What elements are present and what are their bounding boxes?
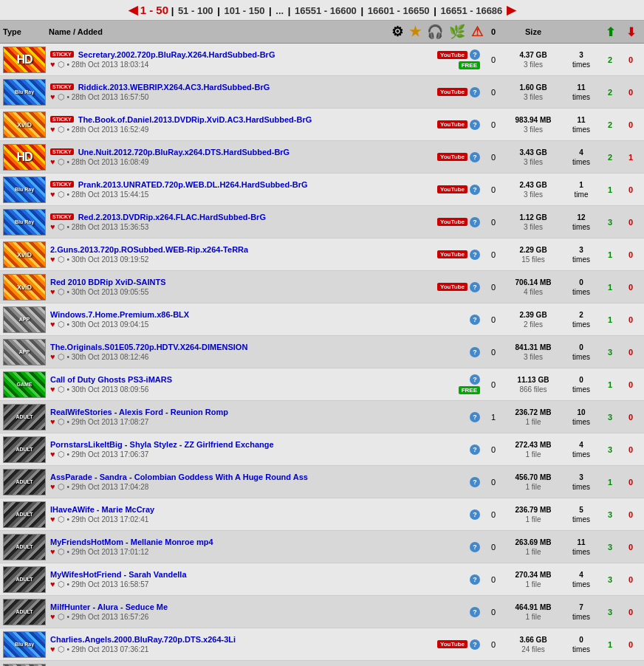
magnet-icon[interactable]: ⬡: [58, 287, 65, 297]
magnet-icon[interactable]: ⬡: [58, 612, 65, 622]
magnet-icon[interactable]: ⬡: [58, 450, 65, 459]
heart-icon[interactable]: ♥: [50, 515, 55, 523]
heart-icon[interactable]: ♥: [50, 60, 55, 69]
magnet-icon[interactable]: ⬡: [58, 515, 65, 524]
youtube-button[interactable]: YouTube: [437, 51, 467, 59]
heart-icon[interactable]: ♥: [50, 612, 55, 621]
torrent-name-link[interactable]: 2.Guns.2013.720p.ROSubbed.WEB-Rip.x264-T…: [50, 245, 248, 254]
info-button[interactable]: ?: [470, 217, 480, 227]
magnet-icon[interactable]: ⬡: [58, 352, 65, 362]
type-image: ADULT: [3, 599, 46, 625]
page-dots[interactable]: ...: [275, 5, 284, 16]
torrent-name-link[interactable]: Red.2.2013.DVDRip.x264.FLAC.HardSubbed-B…: [78, 213, 266, 222]
heart-icon[interactable]: ♥: [50, 547, 55, 556]
magnet-icon[interactable]: ⬡: [58, 255, 65, 264]
heart-icon[interactable]: ♥: [50, 450, 55, 459]
heart-icon[interactable]: ♥: [50, 417, 55, 426]
torrent-name-link[interactable]: Une.Nuit.2012.720p.BluRay.x264.DTS.HardS…: [78, 148, 290, 157]
magnet-icon[interactable]: ⬡: [58, 547, 65, 557]
info-button[interactable]: ?: [470, 509, 480, 520]
sticky-badge: stIcKY: [50, 116, 74, 123]
heart-icon[interactable]: ♥: [50, 287, 55, 296]
torrent-name-link[interactable]: Prank.2013.UNRATED.720p.WEB.DL.H264.Hard…: [78, 180, 308, 189]
file-size: 272.43 MB: [515, 441, 552, 449]
heart-icon[interactable]: ♥: [50, 222, 55, 231]
table-row: XviD stIcKY The.Book.of.Daniel.2013.DVDR…: [0, 109, 644, 141]
right-arrow[interactable]: ▶: [507, 4, 515, 16]
info-button[interactable]: ?: [470, 542, 480, 552]
torrent-name-link[interactable]: AssParade - Sandra - Colombian Goddess W…: [50, 473, 308, 481]
info-button[interactable]: ?: [470, 412, 480, 422]
info-button[interactable]: ?: [470, 315, 480, 325]
page-16601[interactable]: 16601 - 16650: [368, 5, 430, 16]
heart-icon[interactable]: ♥: [50, 190, 55, 199]
torrent-name-link[interactable]: Call of Duty Ghosts PS3-iMARS: [50, 375, 172, 384]
youtube-button[interactable]: YouTube: [437, 153, 467, 161]
left-arrow[interactable]: ◀: [129, 4, 137, 16]
magnet-icon[interactable]: ⬡: [58, 60, 65, 69]
magnet-icon[interactable]: ⬡: [58, 645, 65, 654]
magnet-icon[interactable]: ⬡: [58, 125, 65, 134]
torrent-name-link[interactable]: The.Originals.S01E05.720p.HDTV.X264-DIME…: [50, 343, 247, 351]
youtube-button[interactable]: YouTube: [437, 283, 467, 291]
heart-icon[interactable]: ♥: [50, 320, 55, 329]
youtube-button[interactable]: YouTube: [437, 88, 467, 96]
torrent-name-link[interactable]: Windows.7.Home.Premium.x86-BLX: [50, 310, 189, 319]
page-16551[interactable]: 16551 - 16600: [295, 5, 357, 16]
magnet-icon[interactable]: ⬡: [58, 92, 65, 102]
heart-icon[interactable]: ♥: [50, 580, 55, 588]
info-button[interactable]: ?: [470, 639, 480, 650]
heart-icon[interactable]: ♥: [50, 125, 55, 134]
torrent-name-link[interactable]: IHaveAWife - Marie McCray: [50, 505, 154, 514]
info-button[interactable]: ?: [470, 477, 480, 487]
info-button[interactable]: ?: [470, 444, 480, 455]
info-button[interactable]: ?: [470, 374, 480, 385]
heart-icon[interactable]: ♥: [50, 385, 55, 394]
youtube-button[interactable]: YouTube: [437, 250, 467, 258]
heart-icon[interactable]: ♥: [50, 255, 55, 264]
info-button[interactable]: ?: [470, 87, 480, 97]
torrent-name-link[interactable]: MyFriendsHotMom - Mellanie Monroe mp4: [50, 538, 213, 546]
youtube-button[interactable]: YouTube: [437, 640, 467, 648]
info-button[interactable]: ?: [470, 347, 480, 357]
zero-count: 0: [483, 543, 504, 552]
heart-icon[interactable]: ♥: [50, 482, 55, 491]
info-button[interactable]: ?: [470, 250, 480, 260]
torrent-name-link[interactable]: PornstarsLikeItBig - Shyla Stylez - ZZ G…: [50, 440, 274, 449]
info-button[interactable]: ?: [470, 607, 480, 617]
torrent-name-link[interactable]: Riddick.2013.WEBRIP.X264.AC3.HardSubbed-…: [78, 83, 270, 92]
page-51-100[interactable]: 51 - 100: [178, 5, 213, 16]
magnet-icon[interactable]: ⬡: [58, 417, 65, 427]
youtube-button[interactable]: YouTube: [437, 120, 467, 128]
info-button[interactable]: ?: [470, 574, 480, 585]
page-16651[interactable]: 16651 - 16686: [440, 5, 502, 16]
added-date: • 28th Oct 2013 15:44:15: [67, 190, 149, 199]
youtube-button[interactable]: YouTube: [437, 218, 467, 226]
torrent-name-link[interactable]: Charlies.Angels.2000.BluRay.720p.DTS.x26…: [50, 635, 236, 644]
magnet-icon[interactable]: ⬡: [58, 157, 65, 167]
torrent-name-link[interactable]: Secretary.2002.720p.BluRay.X264.HardSubb…: [78, 50, 275, 59]
torrent-name-link[interactable]: The.Book.of.Daniel.2013.DVDRip.XviD.AC3.…: [78, 115, 312, 124]
magnet-icon[interactable]: ⬡: [58, 222, 65, 232]
info-button[interactable]: ?: [470, 185, 480, 195]
torrent-name-link[interactable]: MilfHunter - Alura - Seduce Me: [50, 603, 168, 611]
heart-icon[interactable]: ♥: [50, 157, 55, 166]
magnet-icon[interactable]: ⬡: [58, 320, 65, 329]
heart-icon[interactable]: ♥: [50, 92, 55, 101]
magnet-icon[interactable]: ⬡: [58, 190, 65, 199]
info-button[interactable]: ?: [470, 282, 480, 292]
torrent-name-link[interactable]: MyWifesHotFriend - Sarah Vandella: [50, 570, 187, 579]
magnet-icon[interactable]: ⬡: [58, 580, 65, 589]
info-button[interactable]: ?: [470, 120, 480, 130]
torrent-name-link[interactable]: RealWifeStories - Alexis Ford - Reunion …: [50, 408, 228, 416]
page-101-150[interactable]: 101 - 150: [224, 5, 264, 16]
heart-icon[interactable]: ♥: [50, 645, 55, 653]
info-button[interactable]: ?: [470, 152, 480, 162]
youtube-button[interactable]: YouTube: [437, 185, 467, 193]
info-button[interactable]: ?: [470, 49, 480, 60]
added-date: • 30th Oct 2013 09:04:15: [67, 320, 149, 329]
torrent-name-link[interactable]: Red 2010 BDRip XviD-SAINTS: [50, 278, 165, 286]
magnet-icon[interactable]: ⬡: [58, 482, 65, 492]
magnet-icon[interactable]: ⬡: [58, 385, 65, 394]
heart-icon[interactable]: ♥: [50, 352, 55, 361]
